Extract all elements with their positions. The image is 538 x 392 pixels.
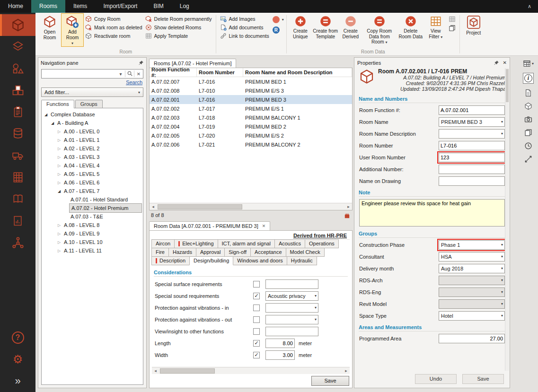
tree-item[interactable]: A.07.01 - Hotel Standard: [43, 195, 142, 204]
delete-room-data-button[interactable]: Delete Room Data: [397, 13, 424, 41]
add-filter-dropdown[interactable]: Add filter... ▾: [41, 87, 143, 97]
expand-icon[interactable]: ▷: [56, 155, 62, 159]
building-status-icon[interactable]: [344, 212, 351, 219]
room-name-description-select[interactable]: ▾: [439, 129, 505, 139]
shapes-module-icon[interactable]: [0, 58, 35, 79]
ribbon-collapse-icon[interactable]: ∧: [521, 0, 538, 13]
project-button[interactable]: Project: [462, 13, 485, 37]
view-insight-checkbox[interactable]: [253, 328, 260, 335]
help-icon[interactable]: ?: [0, 327, 35, 348]
expand-icon[interactable]: ▷: [56, 130, 62, 134]
report-module-icon[interactable]: [0, 210, 35, 232]
room-function-input[interactable]: [439, 105, 505, 115]
copy-room-data-from-room-button[interactable]: Copy Room Data from Room ▾: [362, 13, 397, 46]
view-filter-button[interactable]: View Filter ▾: [424, 13, 447, 41]
tree-item[interactable]: ▷A.08 - LEVEL 8: [43, 221, 142, 229]
tree-item[interactable]: ▷A.03 - LEVEL 3: [43, 153, 142, 161]
reactivate-room-button[interactable]: Reactivate room: [85, 33, 142, 39]
pin-icon[interactable]: [494, 60, 499, 66]
width-checkbox[interactable]: [253, 352, 260, 358]
tree-item[interactable]: ◢A.07 - LEVEL 7: [43, 187, 142, 195]
expand-icon[interactable]: ▷: [56, 138, 62, 142]
user-room-number-input[interactable]: [439, 153, 505, 162]
mark-room-deleted-button[interactable]: Mark room as deleted: [85, 24, 142, 31]
tree-item[interactable]: ▷A.09 - LEVEL 9: [43, 229, 142, 238]
table-row[interactable]: A.07.02.003L7-018PREMIUM BALCONY 1: [150, 113, 352, 122]
special-sound-checkbox[interactable]: [253, 293, 260, 299]
search-icon[interactable]: [125, 70, 134, 78]
rd-tab-approval[interactable]: Approval: [196, 248, 225, 257]
room-data-tab[interactable]: Room Data [A.07.02.001 - PREMIUM BED 3] …: [149, 221, 270, 230]
programmed-area-input[interactable]: [439, 334, 505, 343]
info-tool-button[interactable]: i: [523, 73, 534, 84]
scrollbar-thumb[interactable]: [160, 368, 215, 374]
menu-items[interactable]: Items: [65, 0, 95, 13]
menu-bim[interactable]: BIM: [145, 0, 171, 13]
rd-tab-windows-doors[interactable]: Windows and doors: [233, 256, 287, 265]
name-on-drawing-input[interactable]: [439, 176, 505, 186]
search-link[interactable]: Search: [126, 79, 142, 85]
tree-item[interactable]: A.07.03 - T&E: [43, 212, 142, 221]
apply-template-button[interactable]: Apply Template: [145, 33, 212, 39]
close-panel-icon[interactable]: ✕: [503, 60, 507, 65]
link-to-documents-button[interactable]: Link to documents: [220, 33, 269, 39]
room-data-horizontal-scrollbar[interactable]: ◂ ▸: [152, 367, 350, 374]
table-row[interactable]: A.07.02.008L7-010PREMIUM E/S 3: [150, 86, 352, 95]
tree-item[interactable]: ◢Complex Database: [43, 110, 142, 119]
vibrations-in-select[interactable]: ▾: [265, 303, 318, 313]
scroll-right-icon[interactable]: ▸: [345, 204, 352, 209]
menu-log[interactable]: Log: [172, 0, 197, 13]
r-badge-icon[interactable]: R: [273, 26, 280, 34]
table-horizontal-scrollbar[interactable]: ◂ ▸: [150, 203, 352, 210]
expand-icon[interactable]: ▷: [56, 249, 62, 253]
menu-import-export[interactable]: Import/Export: [95, 0, 145, 13]
additional-number-input[interactable]: [439, 165, 505, 174]
documents-tool-button[interactable]: [524, 89, 532, 97]
delivery-month-select[interactable]: Aug 2018▾: [439, 264, 505, 273]
tree-item[interactable]: ▷A.05 - LEVEL 5: [43, 170, 142, 178]
create-from-template-button[interactable]: Create from Template: [312, 13, 339, 41]
undo-button[interactable]: Undo: [415, 374, 457, 384]
copy-room-button[interactable]: Copy Room: [85, 16, 142, 22]
table-row[interactable]: A.07.02.007L7-016PREMIUM BED 1: [150, 77, 352, 86]
items-module-icon[interactable]: [0, 36, 35, 58]
search-input[interactable]: [42, 71, 116, 77]
open-room-button[interactable]: Open Room: [38, 13, 61, 42]
rd-tab-acceptance[interactable]: Acceptance: [250, 248, 286, 257]
expand-icon[interactable]: ▷: [56, 181, 62, 185]
tree-item[interactable]: ◢A - Building A: [43, 119, 142, 127]
rd-tab-model-check[interactable]: Model Check: [286, 248, 325, 257]
add-documents-button[interactable]: Add documents: [220, 24, 269, 31]
menu-home[interactable]: Home: [0, 0, 31, 13]
tab-groups[interactable]: Groups: [75, 100, 103, 108]
rd-tab-design-building[interactable]: Design/building: [189, 256, 233, 265]
scrollbar-thumb[interactable]: [158, 204, 242, 209]
rd-tab-sign-off[interactable]: Sign-off: [224, 248, 251, 257]
vibrations-out-select[interactable]: ▾: [265, 315, 318, 324]
rooms-module-icon[interactable]: [0, 14, 35, 36]
tree-item[interactable]: ▷A.11 - LEVEL 11: [43, 246, 142, 255]
rd-tab-hydraulic[interactable]: Hydraulic: [287, 256, 317, 265]
properties-vertical-scrollbar[interactable]: [505, 68, 509, 371]
close-tab-icon[interactable]: ✕: [262, 224, 266, 228]
rds-arch-select[interactable]: ▾: [439, 276, 505, 285]
products-module-icon[interactable]: [0, 79, 35, 101]
copies-tool-button[interactable]: [524, 129, 532, 137]
logistics-module-icon[interactable]: [0, 145, 35, 166]
properties-save-button[interactable]: Save: [462, 374, 504, 384]
scrollbar-thumb[interactable]: [506, 69, 509, 102]
rd-tab-hazards[interactable]: Hazards: [168, 248, 196, 257]
space-type-select[interactable]: Hotel▾: [439, 311, 505, 321]
measurements-tool-button[interactable]: [524, 155, 532, 163]
table-row[interactable]: A.07.02.004L7-019PREMIUM BED 2: [150, 122, 352, 131]
rd-tab-acoustics[interactable]: Acoustics: [274, 239, 305, 248]
add-images-button[interactable]: Add Images: [220, 16, 269, 22]
catalog-module-icon[interactable]: [0, 188, 35, 210]
table-row[interactable]: A.07.02.006L7-021PREMIUM BALCONY 2: [150, 140, 352, 149]
rd-tab-description[interactable]: Description: [151, 256, 190, 265]
room-number-input[interactable]: [439, 141, 505, 150]
collapse-icon[interactable]: ◢: [49, 121, 56, 125]
images-tool-button[interactable]: [524, 115, 532, 123]
building-module-icon[interactable]: [0, 166, 35, 188]
table-row-selected[interactable]: A.07.02.001L7-016PREMIUM BED 3: [150, 95, 352, 104]
